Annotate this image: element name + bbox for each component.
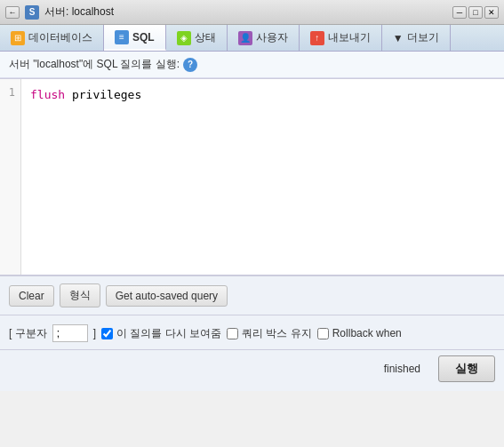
database-icon: ⊞ [11, 31, 25, 45]
server-label-text: 서버 "localhost"에 SQL 질의를 실행: [9, 57, 180, 72]
server-label-bar: 서버 "localhost"에 SQL 질의를 실행: ? [0, 52, 504, 78]
title-bar-left-controls[interactable]: ← [5, 6, 20, 19]
title-text: 서버: localhost [44, 4, 447, 20]
nav-tabs: ⊞ 데이터베이스 ≡ SQL ◈ 상태 👤 사용자 ↑ 내보내기 ▼ 더보기 [0, 25, 504, 52]
minimize-button[interactable]: ─ [452, 6, 467, 19]
finished-label: finished [384, 363, 420, 375]
tab-user-label: 사용자 [256, 30, 288, 45]
auto-save-button[interactable]: Get auto-saved query [106, 285, 228, 307]
back-button[interactable]: ← [5, 6, 20, 19]
title-bar-right-controls[interactable]: ─ □ ✕ [452, 6, 499, 19]
main-content: 서버 "localhost"에 SQL 질의를 실행: ? 1 flush pr… [0, 52, 504, 391]
rollback-checkbox-group[interactable]: Rollback when [317, 327, 402, 339]
format-button[interactable]: 형식 [60, 283, 100, 307]
show-again-checkbox[interactable] [101, 328, 113, 339]
tab-database[interactable]: ⊞ 데이터베이스 [0, 25, 104, 51]
maximize-button[interactable]: □ [468, 6, 483, 19]
show-again-checkbox-group[interactable]: 이 질의를 다시 보여줌 [101, 326, 221, 341]
keep-box-checkbox[interactable] [227, 328, 238, 339]
state-icon: ◈ [177, 31, 191, 45]
rollback-checkbox[interactable] [317, 328, 329, 339]
help-icon[interactable]: ? [183, 58, 197, 72]
editor-toolbar: Clear 형식 Get auto-saved query [0, 275, 504, 315]
delimiter-label-start: [ 구분자 [9, 326, 47, 341]
sql-editor-container: 1 flush privileges [0, 78, 504, 275]
run-area: finished 실행 [0, 350, 504, 391]
run-button[interactable]: 실행 [438, 355, 495, 382]
rollback-label: Rollback when [332, 327, 402, 339]
keep-box-label: 쿼리 박스 유지 [242, 326, 312, 341]
line-number-1: 1 [5, 86, 15, 99]
tab-sql-label: SQL [132, 31, 155, 44]
tab-export-label: 내보내기 [328, 30, 371, 45]
close-button[interactable]: ✕ [484, 6, 499, 19]
tab-user[interactable]: 👤 사용자 [228, 25, 300, 51]
sql-editor: 1 flush privileges [0, 79, 504, 275]
delimiter-label-end: ] [93, 327, 96, 339]
tab-more-label: 더보기 [407, 30, 439, 45]
delimiter-input[interactable] [52, 324, 88, 342]
keep-box-checkbox-group[interactable]: 쿼리 박스 유지 [227, 326, 312, 341]
sql-code-display[interactable]: flush privileges [21, 79, 504, 275]
tab-more[interactable]: ▼ 더보기 [382, 25, 451, 51]
tab-state-label: 상태 [195, 30, 216, 45]
tab-database-label: 데이터베이스 [28, 30, 92, 45]
user-icon: 👤 [238, 31, 252, 45]
clear-button[interactable]: Clear [9, 285, 54, 307]
sql-icon: ≡ [115, 30, 129, 44]
tab-state[interactable]: ◈ 상태 [166, 25, 228, 51]
export-icon: ↑ [310, 31, 324, 45]
tab-export[interactable]: ↑ 내보내기 [300, 25, 382, 51]
app-icon: S [25, 5, 39, 20]
show-again-label: 이 질의를 다시 보여줌 [116, 326, 221, 341]
options-bar: [ 구분자 ] 이 질의를 다시 보여줌 쿼리 박스 유지 Rollback w… [0, 315, 504, 350]
options-row: [ 구분자 ] 이 질의를 다시 보여줌 쿼리 박스 유지 Rollback w… [9, 324, 495, 342]
tab-more-arrow: ▼ [393, 32, 404, 44]
tab-sql[interactable]: ≡ SQL [104, 25, 166, 51]
title-bar: ← S 서버: localhost ─ □ ✕ [0, 0, 504, 25]
line-numbers: 1 [0, 79, 21, 275]
